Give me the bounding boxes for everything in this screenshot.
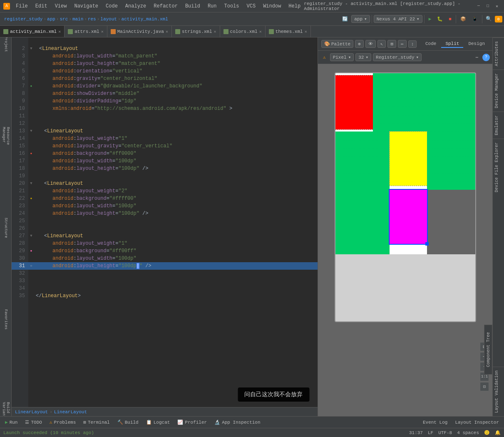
menu-build[interactable]: Build — [182, 2, 204, 10]
sidebar-structure[interactable]: Structure — [1, 223, 11, 233]
close-icon[interactable]: ✕ — [58, 29, 61, 34]
layout-inspector-button[interactable]: Layout Inspector — [452, 419, 502, 426]
palette-button[interactable]: 🎨 Palette — [321, 40, 353, 48]
event-log-button[interactable]: Event Log — [420, 419, 451, 426]
breadcrumb-item-1[interactable]: LinearLayout — [15, 410, 48, 415]
preview-canvas[interactable]: ⊞ + - 1:1 ⊡ — [318, 64, 492, 416]
fold-btn-13[interactable]: ▼ — [30, 129, 32, 133]
run-button[interactable]: ▶ — [426, 15, 434, 22]
aspect-ratio-button[interactable]: ⊡ — [480, 382, 489, 391]
menu-analyze[interactable]: Analyze — [122, 2, 149, 10]
menu-refactor[interactable]: Refactor — [150, 2, 181, 10]
problems-button[interactable]: ⚠ Problems — [46, 419, 79, 426]
close-icon[interactable]: ✕ — [259, 29, 262, 34]
menu-file[interactable]: File — [12, 2, 31, 10]
sidebar-project[interactable]: Project — [1, 39, 11, 49]
line-num-13: 13 — [12, 127, 28, 135]
magnet-button[interactable]: ⊞ — [387, 40, 396, 48]
close-icon[interactable]: ✕ — [214, 29, 216, 34]
yellow-row — [335, 132, 475, 190]
minimize-button[interactable]: ─ — [475, 2, 482, 10]
api-dropdown[interactable]: 32 ▾ — [355, 53, 371, 61]
tab-split[interactable]: Split — [441, 40, 463, 48]
component-tree-tab[interactable]: Component Tree — [484, 325, 492, 375]
cursor-button[interactable]: ↖ — [377, 40, 386, 48]
breadcrumb-item-2[interactable]: LinearLayout — [54, 410, 87, 415]
tab-attrs-xml[interactable]: attrs.xml ✕ — [65, 26, 107, 37]
build-button[interactable]: 🔨 Build — [114, 419, 142, 426]
zoom-to-fit-button[interactable]: ⊕ — [355, 40, 364, 48]
more-options-button[interactable]: ⋯ — [473, 54, 481, 61]
layout-validation-tab[interactable]: Layout Validation — [493, 367, 504, 416]
tab-design[interactable]: Design — [464, 40, 489, 48]
app-inspection-button[interactable]: 🔬 App Inspection — [211, 419, 263, 426]
sidebar-build-variants[interactable]: Build Variants — [1, 406, 11, 416]
terminal-button[interactable]: ⊞ Terminal — [80, 419, 113, 426]
fold-btn-20[interactable]: ▼ — [30, 181, 32, 186]
device-manager-tab[interactable]: Device Manager — [493, 70, 504, 112]
close-icon[interactable]: ✕ — [101, 29, 104, 34]
menu-tools[interactable]: Tools — [221, 2, 243, 10]
warning-icon[interactable]: ⚠ — [320, 54, 328, 61]
close-button[interactable]: ✕ — [493, 2, 501, 10]
event-log-label: Event Log — [423, 420, 447, 425]
line-num-25: 25 — [12, 217, 28, 225]
fold-btn-27[interactable]: ▼ — [30, 234, 32, 238]
file-label: activity_main.xml — [122, 17, 168, 22]
selection-handle[interactable] — [425, 242, 429, 246]
app-config-dropdown[interactable]: app ▾ — [351, 15, 370, 23]
config-dropdown[interactable]: Register_study ▾ — [373, 53, 422, 61]
sdk-manager-button[interactable]: 📦 — [458, 15, 469, 22]
menu-help[interactable]: Help — [285, 2, 304, 10]
attributes-tab[interactable]: Attributes — [493, 37, 504, 70]
profiler-button[interactable]: 📈 Profiler — [174, 419, 210, 426]
yellow-box[interactable] — [390, 132, 427, 186]
search-button[interactable]: 🔍 — [484, 14, 494, 24]
align-horizontal-button[interactable]: ⇔ — [398, 40, 407, 48]
device-file-explorer-tab[interactable]: Device File Explorer — [493, 139, 504, 196]
menu-vcs[interactable]: VCS — [243, 2, 259, 10]
logcat-button[interactable]: 📋 Logcat — [143, 419, 174, 426]
launch-message: Launch succeeded (10 minutes ago) — [3, 430, 94, 435]
tab-code[interactable]: Code — [421, 40, 440, 48]
tab-activity-main-xml[interactable]: activity_main.xml ✕ — [0, 26, 65, 37]
line-num-12: 12 — [12, 120, 28, 127]
avd-manager-button[interactable]: 📱 — [469, 15, 480, 22]
todo-button[interactable]: ☰ TODO — [22, 419, 45, 426]
pixel-dropdown[interactable]: Pixel ▾ — [330, 53, 354, 61]
code-line-11 — [34, 112, 318, 120]
fold-btn-2[interactable]: ▼ — [30, 47, 32, 51]
menu-navigate[interactable]: Navigate — [71, 2, 102, 10]
code-editor[interactable]: <LinearLayout android:layout_width="matc… — [34, 37, 318, 407]
emulator-tab[interactable]: Emulator — [493, 112, 504, 139]
tab-strings-xml[interactable]: strings.xml ✕ — [172, 26, 220, 37]
settings-button[interactable]: ⚙ — [495, 16, 502, 22]
menu-code[interactable]: Code — [102, 2, 121, 10]
tab-colors-xml[interactable]: colors.xml ✕ — [220, 26, 266, 37]
sidebar-resource-manager[interactable]: Resource Manager — [1, 131, 11, 141]
eye-button[interactable]: 👁 — [365, 40, 376, 48]
debug-button[interactable]: 🐛 — [434, 15, 445, 22]
close-icon[interactable]: ✕ — [166, 29, 168, 34]
menu-view[interactable]: View — [52, 2, 70, 10]
tab-mainactivity-java[interactable]: MainActivity.java ✕ — [107, 26, 172, 37]
maximize-button[interactable]: □ — [484, 2, 492, 10]
component-tree-label[interactable]: Component Tree — [484, 330, 492, 370]
toolbar-sync-button[interactable]: 🔄 — [340, 15, 350, 22]
tab-themes-xml[interactable]: themes.xml ✕ — [266, 26, 311, 37]
menu-edit[interactable]: Edit — [32, 2, 51, 10]
device-dropdown[interactable]: Nexus 4 API 22 ▾ — [374, 15, 422, 23]
toolbar-project-breadcrumb[interactable]: register_study › app › src › main › res … — [2, 16, 171, 22]
menu-run[interactable]: Run — [204, 2, 220, 10]
code-line-15: android:layout_gravity="center_vertical" — [34, 142, 318, 150]
close-icon[interactable]: ✕ — [305, 29, 307, 34]
menu-window[interactable]: Window — [260, 2, 284, 10]
toolbar-separator-3 — [456, 15, 456, 23]
magenta-box[interactable] — [390, 190, 427, 244]
stop-button[interactable]: ■ — [446, 16, 454, 22]
align-vertical-button[interactable]: ↕ — [408, 40, 417, 48]
help-button[interactable]: ? — [482, 54, 490, 61]
run-tool-button[interactable]: ▶ Run — [2, 419, 21, 426]
red-box[interactable] — [335, 75, 373, 129]
sidebar-favorites[interactable]: Favorites — [1, 315, 11, 325]
